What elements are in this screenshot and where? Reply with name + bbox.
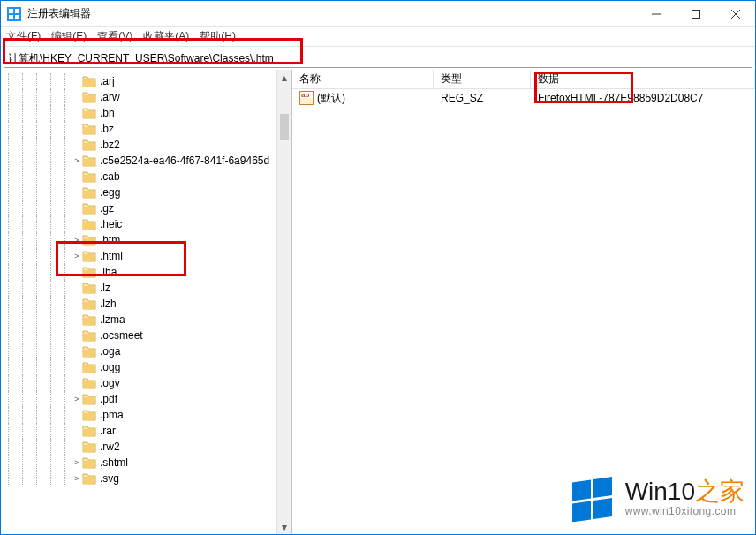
column-header-data[interactable]: 数据 <box>531 70 755 88</box>
tree-item[interactable]: >.htm <box>1 232 291 248</box>
tree-item[interactable]: .ogv <box>1 375 291 391</box>
list-pane: 名称 类型 数据 (默认) REG_SZ FirefoxHTML-787E988… <box>292 70 755 534</box>
value-data-cell: FirefoxHTML-787E98859D2D08C7 <box>531 92 755 104</box>
folder-icon <box>82 266 96 278</box>
tree-item[interactable]: .bh <box>1 105 291 121</box>
list-row[interactable]: (默认) REG_SZ FirefoxHTML-787E98859D2D08C7 <box>292 89 755 107</box>
menu-help[interactable]: 帮助(H) <box>200 29 236 44</box>
folder-icon <box>82 313 96 326</box>
tree-item[interactable]: .cab <box>1 169 291 185</box>
tree-item-label: .lha <box>100 266 117 278</box>
folder-icon <box>82 377 96 389</box>
list-header: 名称 类型 数据 <box>292 70 755 89</box>
menu-edit[interactable]: 编辑(E) <box>51 29 87 44</box>
tree-item[interactable]: .lzma <box>1 312 291 328</box>
tree-item[interactable]: .arj <box>1 73 291 89</box>
tree-item-label: .cab <box>100 170 120 183</box>
address-bar[interactable]: 计算机\HKEY_CURRENT_USER\Software\Classes\.… <box>4 49 752 68</box>
tree-item[interactable]: .lzh <box>1 296 291 312</box>
tree-item[interactable]: .egg <box>1 185 291 200</box>
column-header-name[interactable]: 名称 <box>292 70 434 88</box>
folder-icon <box>82 234 96 246</box>
tree-item[interactable]: .arw <box>1 89 291 105</box>
svg-rect-4 <box>15 15 19 19</box>
tree-item-label: .html <box>100 250 123 262</box>
folder-icon <box>82 218 96 230</box>
menubar: 文件(F) 编辑(E) 查看(V) 收藏夹(A) 帮助(H) <box>1 27 755 47</box>
maximize-button[interactable] <box>676 1 715 27</box>
close-button[interactable] <box>715 1 755 27</box>
folder-icon <box>82 361 96 373</box>
scroll-up-icon[interactable]: ▴ <box>277 70 291 85</box>
tree-item[interactable]: .oga <box>1 343 291 359</box>
tree-item[interactable]: .heic <box>1 216 291 232</box>
expand-caret-icon[interactable]: > <box>72 458 82 467</box>
tree-item[interactable]: .bz <box>1 121 291 137</box>
tree-item-label: .shtml <box>100 456 128 469</box>
folder-icon <box>82 441 96 453</box>
folder-icon <box>82 425 96 437</box>
tree-item[interactable]: >.html <box>1 248 291 264</box>
folder-icon <box>82 329 96 342</box>
tree-scrollbar[interactable]: ▴ ▾ <box>276 70 291 534</box>
scroll-thumb[interactable] <box>280 114 289 140</box>
app-icon <box>7 7 21 21</box>
folder-icon <box>82 472 96 485</box>
tree-item-label: .lz <box>100 282 110 294</box>
window-controls <box>636 1 755 27</box>
scroll-down-icon[interactable]: ▾ <box>277 519 291 534</box>
column-header-type[interactable]: 类型 <box>434 70 531 88</box>
content-area: .arj.arw.bh.bz.bz2>.c5e2524a-ea46-4f67-8… <box>1 70 755 534</box>
tree-item[interactable]: .lha <box>1 264 291 280</box>
menu-file[interactable]: 文件(F) <box>6 29 41 44</box>
tree-item[interactable]: .rar <box>1 423 291 439</box>
minimize-button[interactable] <box>636 1 676 27</box>
expand-caret-icon[interactable]: > <box>72 236 82 245</box>
menu-favorites[interactable]: 收藏夹(A) <box>143 29 189 44</box>
tree-item[interactable]: .ogg <box>1 359 291 375</box>
address-path: 计算机\HKEY_CURRENT_USER\Software\Classes\.… <box>8 51 274 66</box>
tree-item-label: .arw <box>100 91 120 103</box>
tree-item-label: .heic <box>100 218 122 230</box>
expand-caret-icon[interactable]: > <box>72 252 82 260</box>
tree-item-label: .egg <box>100 186 120 199</box>
expand-caret-icon[interactable]: > <box>72 156 82 165</box>
expand-caret-icon[interactable]: > <box>72 474 82 483</box>
tree-item[interactable]: >.c5e2524a-ea46-4f67-841f-6a9465d <box>1 153 291 169</box>
svg-rect-2 <box>15 9 19 13</box>
tree-item[interactable]: >.shtml <box>1 455 291 471</box>
folder-icon <box>82 393 96 405</box>
svg-rect-1 <box>9 9 13 13</box>
tree-item-label: .ogg <box>100 361 120 373</box>
tree-item[interactable]: .bz2 <box>1 137 291 153</box>
tree-item-label: .oga <box>100 345 120 358</box>
folder-icon <box>82 123 96 135</box>
string-value-icon <box>299 91 314 105</box>
tree-item[interactable]: .rw2 <box>1 439 291 455</box>
tree-pane[interactable]: .arj.arw.bh.bz.bz2>.c5e2524a-ea46-4f67-8… <box>1 70 292 534</box>
value-name: (默认) <box>317 91 345 106</box>
svg-rect-9 <box>572 479 591 501</box>
folder-icon <box>82 345 96 358</box>
svg-rect-3 <box>9 15 13 19</box>
svg-rect-6 <box>692 10 699 18</box>
folder-icon <box>82 154 96 167</box>
tree-item-label: .rar <box>100 425 116 437</box>
menu-view[interactable]: 查看(V) <box>97 29 132 44</box>
tree-item[interactable]: >.svg <box>1 471 291 486</box>
folder-icon <box>82 298 96 310</box>
tree-item[interactable]: .gz <box>1 200 291 216</box>
tree-item[interactable]: .ocsmeet <box>1 328 291 343</box>
expand-caret-icon[interactable]: > <box>72 395 82 403</box>
tree-item-label: .bz <box>100 123 114 135</box>
titlebar: 注册表编辑器 <box>1 1 755 27</box>
folder-icon <box>82 282 96 294</box>
folder-icon <box>82 107 96 119</box>
tree-item[interactable]: >.pdf <box>1 391 291 407</box>
window-title: 注册表编辑器 <box>27 6 91 21</box>
tree-item[interactable]: .lz <box>1 280 291 296</box>
tree-item[interactable]: .pma <box>1 407 291 423</box>
folder-icon <box>82 75 96 87</box>
folder-icon <box>82 456 96 469</box>
folder-icon <box>82 170 96 183</box>
